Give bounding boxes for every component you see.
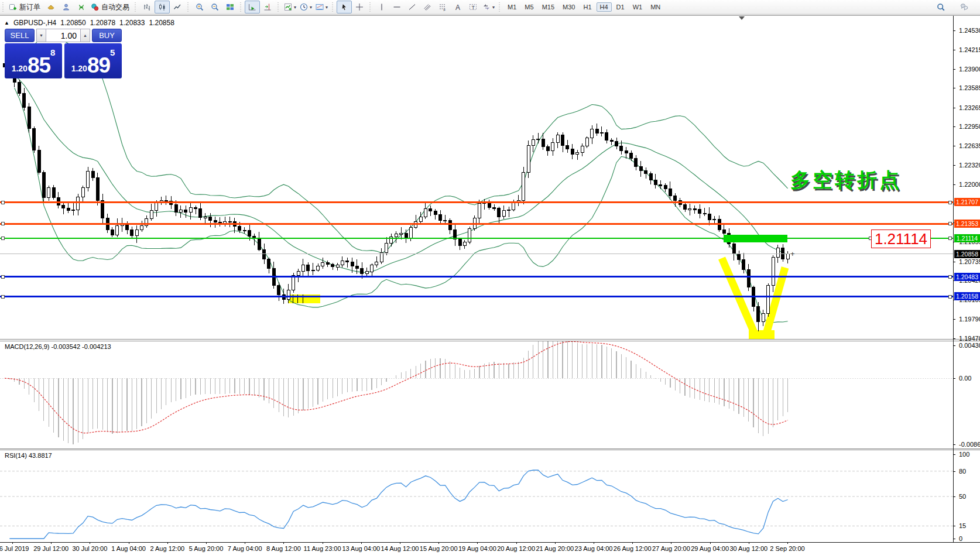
fibonacci-button[interactable]: F bbox=[435, 1, 450, 13]
time-tick bbox=[51, 542, 52, 544]
community-button[interactable] bbox=[957, 1, 972, 13]
channel-button[interactable] bbox=[420, 1, 435, 13]
breakout-highlight-rect[interactable] bbox=[724, 235, 787, 242]
candlestick-button[interactable] bbox=[155, 1, 170, 13]
timeframe-h4-button[interactable]: H4 bbox=[597, 2, 612, 12]
tile-windows-button[interactable] bbox=[222, 1, 238, 13]
timeframe-m1-button[interactable]: M1 bbox=[504, 2, 520, 12]
search-button[interactable] bbox=[933, 1, 948, 13]
dropdown-arrow-icon[interactable]: ▾ bbox=[294, 5, 296, 10]
time-label: 2 Aug 12:00 bbox=[150, 545, 184, 552]
vertical-line-button[interactable] bbox=[374, 1, 389, 13]
time-tick bbox=[710, 542, 711, 544]
sell-price-prefix: 1.20 bbox=[12, 61, 28, 76]
buy-price-pip: 5 bbox=[110, 48, 115, 57]
fibonacci-icon: F bbox=[438, 3, 447, 11]
line-chart-icon bbox=[173, 3, 181, 11]
time-label: 23 Aug 04:00 bbox=[575, 545, 613, 552]
volume-decrease-button[interactable]: ▼ bbox=[36, 29, 46, 42]
volume-input[interactable]: 1.00 bbox=[46, 29, 80, 42]
signal-button[interactable] bbox=[74, 1, 89, 13]
timeframe-h1-button[interactable]: H1 bbox=[580, 2, 595, 12]
sell-price-pip: 8 bbox=[50, 48, 55, 57]
toolbar-grip bbox=[332, 2, 335, 12]
text-icon: A bbox=[454, 3, 462, 11]
rsi-tick-label: 80 bbox=[959, 468, 966, 475]
line-handles[interactable] bbox=[1, 201, 951, 298]
indicators-button[interactable]: ▾ bbox=[282, 1, 298, 13]
time-label: 8 Aug 12:00 bbox=[266, 545, 301, 552]
macd-axis-tick bbox=[953, 345, 955, 346]
cursor-button[interactable] bbox=[337, 1, 352, 13]
macd-tick-label: -0.008651 bbox=[959, 441, 980, 448]
timeframe-mn-button[interactable]: MN bbox=[647, 2, 664, 12]
time-label: 15 Aug 20:00 bbox=[420, 545, 458, 552]
shapes-button[interactable]: ▾ bbox=[481, 1, 496, 13]
zoom-out-button[interactable] bbox=[207, 1, 222, 13]
text-button[interactable]: A bbox=[450, 1, 465, 13]
community-icon bbox=[960, 3, 968, 11]
new-order-button[interactable]: 新订单 bbox=[7, 1, 43, 13]
panel-collapse-icon[interactable]: ▲ bbox=[4, 20, 9, 26]
dropdown-arrow-icon[interactable]: ▾ bbox=[492, 5, 495, 10]
buy-price-button[interactable]: 1.20 89 5 bbox=[64, 43, 122, 78]
periods-button[interactable]: ▾ bbox=[298, 1, 314, 13]
chart-area: + 1.245301.242151.239001.235851.232651.2… bbox=[0, 15, 980, 555]
rsi-tick-label: 50 bbox=[959, 493, 966, 500]
horizontal-lines[interactable] bbox=[0, 203, 953, 297]
buy-price-prefix: 1.20 bbox=[71, 61, 87, 76]
time-tick bbox=[516, 542, 517, 544]
time-label: 30 Jul 20:00 bbox=[72, 545, 107, 552]
timeframe-m15-button[interactable]: M15 bbox=[539, 2, 558, 12]
price-axis[interactable] bbox=[953, 16, 954, 542]
horizontal-line-button[interactable] bbox=[389, 1, 405, 13]
time-tick bbox=[787, 542, 788, 544]
toolbar: 新订单自动交易▾▾▾FAT▾M1M5M15M30H1H4D1W1MN bbox=[0, 0, 980, 15]
time-tick bbox=[361, 542, 362, 544]
ohlc-close: 1.20858 bbox=[149, 19, 174, 27]
macd-tick-label: 0.004301 bbox=[959, 342, 980, 349]
crosshair-button[interactable] bbox=[352, 1, 367, 13]
line-chart-button[interactable] bbox=[170, 1, 185, 13]
toolbar-grip bbox=[277, 2, 281, 12]
timeframe-m30-button[interactable]: M30 bbox=[559, 2, 578, 12]
rsi-pane[interactable] bbox=[0, 450, 980, 542]
rsi-tick-label: 0 bbox=[959, 535, 962, 542]
trendline-button[interactable] bbox=[405, 1, 420, 13]
timeframe-w1-button[interactable]: W1 bbox=[629, 2, 646, 12]
timeframe-d1-button[interactable]: D1 bbox=[613, 2, 628, 12]
dropdown-arrow-icon[interactable]: ▾ bbox=[325, 5, 328, 10]
profile-button[interactable] bbox=[59, 1, 74, 13]
autotrade-button[interactable]: 自动交易 bbox=[89, 1, 132, 13]
time-label: 19 Aug 04:00 bbox=[458, 545, 496, 552]
templates-button[interactable]: ▾ bbox=[314, 1, 330, 13]
buy-button[interactable]: BUY bbox=[92, 29, 122, 42]
zoom-in-button[interactable] bbox=[192, 1, 207, 13]
turning-point-annotation[interactable]: 多空转折点 bbox=[790, 167, 902, 194]
dropdown-arrow-icon[interactable]: ▾ bbox=[310, 5, 312, 10]
sell-price-button[interactable]: 1.20 85 8 bbox=[5, 43, 62, 78]
price-tick-label: 1.19790 bbox=[959, 316, 980, 323]
price-axis-tick bbox=[953, 50, 955, 50]
timeframe-m5-button[interactable]: M5 bbox=[521, 2, 537, 12]
text-label-button[interactable]: T bbox=[465, 1, 481, 13]
profile-icon bbox=[62, 3, 70, 11]
deposit-button[interactable] bbox=[43, 1, 59, 13]
macd-pane[interactable] bbox=[0, 341, 980, 448]
toolbar-grip bbox=[240, 2, 244, 12]
time-tick bbox=[438, 542, 439, 544]
time-label: 14 Aug 12:00 bbox=[381, 545, 419, 552]
sell-button[interactable]: SELL bbox=[5, 29, 35, 42]
time-tick bbox=[555, 542, 556, 544]
autoscroll-button[interactable] bbox=[245, 1, 260, 13]
price-callout-box[interactable]: 1.21114 bbox=[871, 229, 931, 248]
price-tick-label: 1.22000 bbox=[959, 181, 980, 188]
svg-text:F: F bbox=[444, 8, 446, 12]
volume-increase-button[interactable]: ▲ bbox=[80, 29, 90, 42]
chart-shift-button[interactable] bbox=[260, 1, 275, 13]
price-axis-tick bbox=[953, 262, 955, 262]
indicators-icon bbox=[284, 3, 292, 11]
bar-chart-button[interactable] bbox=[139, 1, 155, 13]
channel-icon bbox=[423, 3, 431, 11]
buy-price-main: 89 bbox=[87, 54, 110, 76]
